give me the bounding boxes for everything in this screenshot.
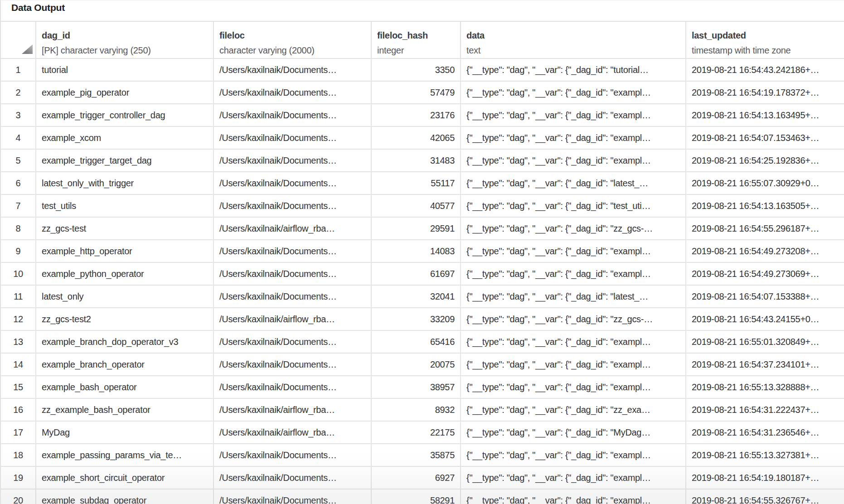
cell-fileloc[interactable]: /Users/kaxilnaik/Documents… <box>214 286 372 308</box>
cell-last_updated[interactable]: 2019-08-21 16:54:49.273069+… <box>686 263 844 286</box>
cell-last_updated[interactable]: 2019-08-21 16:54:19.180187+… <box>686 467 844 489</box>
row-number-cell[interactable]: 12 <box>1 308 36 331</box>
cell-fileloc[interactable]: /Users/kaxilnaik/airflow_rba… <box>214 422 372 444</box>
row-number-cell[interactable]: 4 <box>1 127 36 150</box>
cell-last_updated[interactable]: 2019-08-21 16:54:43.24155+0… <box>686 308 844 331</box>
cell-fileloc[interactable]: /Users/kaxilnaik/Documents… <box>214 150 372 172</box>
cell-fileloc_hash[interactable]: 20075 <box>372 354 461 376</box>
cell-fileloc_hash[interactable]: 55117 <box>372 172 461 195</box>
cell-dag_id[interactable]: example_subdag_operator <box>36 489 214 504</box>
cell-data[interactable]: {"__type": "dag", "__var": {"_dag_id": "… <box>461 82 686 104</box>
cell-fileloc_hash[interactable]: 58291 <box>372 489 461 504</box>
row-number-cell[interactable]: 9 <box>1 240 36 263</box>
row-number-cell[interactable]: 10 <box>1 263 36 286</box>
cell-last_updated[interactable]: 2019-08-21 16:54:07.153388+… <box>686 286 844 308</box>
row-number-cell[interactable]: 8 <box>1 218 36 240</box>
cell-fileloc_hash[interactable]: 38957 <box>372 376 461 399</box>
cell-data[interactable]: {"__type": "dag", "__var": {"_dag_id": "… <box>461 354 686 376</box>
cell-fileloc[interactable]: /Users/kaxilnaik/airflow_rba… <box>214 218 372 240</box>
cell-fileloc[interactable]: /Users/kaxilnaik/Documents… <box>214 467 372 489</box>
cell-data[interactable]: {"__type": "dag", "__var": {"_dag_id": "… <box>461 467 686 489</box>
row-number-cell[interactable]: 20 <box>1 489 36 504</box>
row-number-cell[interactable]: 16 <box>1 399 36 422</box>
cell-data[interactable]: {"__type": "dag", "__var": {"_dag_id": "… <box>461 286 686 308</box>
row-number-cell[interactable]: 19 <box>1 467 36 489</box>
cell-data[interactable]: {"__type": "dag", "__var": {"_dag_id": "… <box>461 240 686 263</box>
cell-data[interactable]: {"__type": "dag", "__var": {"_dag_id": "… <box>461 127 686 150</box>
cell-data[interactable]: {"__type": "dag", "__var": {"_dag_id": "… <box>461 150 686 172</box>
cell-fileloc_hash[interactable]: 6927 <box>372 467 461 489</box>
column-header-last_updated[interactable]: last_updatedtimestamp with time zone <box>686 21 844 59</box>
cell-dag_id[interactable]: example_xcom <box>36 127 214 150</box>
cell-last_updated[interactable]: 2019-08-21 16:55:01.320849+… <box>686 331 844 354</box>
cell-fileloc[interactable]: /Users/kaxilnaik/Documents… <box>214 195 372 218</box>
cell-fileloc_hash[interactable]: 22175 <box>372 422 461 444</box>
cell-fileloc[interactable]: /Users/kaxilnaik/Documents… <box>214 263 372 286</box>
cell-last_updated[interactable]: 2019-08-21 16:55:13.328888+… <box>686 376 844 399</box>
cell-fileloc_hash[interactable]: 29591 <box>372 218 461 240</box>
cell-fileloc_hash[interactable]: 61697 <box>372 263 461 286</box>
cell-fileloc[interactable]: /Users/kaxilnaik/Documents… <box>214 104 372 127</box>
cell-last_updated[interactable]: 2019-08-21 16:54:25.192836+… <box>686 150 844 172</box>
cell-fileloc_hash[interactable]: 31483 <box>372 150 461 172</box>
cell-last_updated[interactable]: 2019-08-21 16:54:37.234101+… <box>686 354 844 376</box>
row-number-cell[interactable]: 14 <box>1 354 36 376</box>
cell-last_updated[interactable]: 2019-08-21 16:55:07.30929+0… <box>686 172 844 195</box>
row-number-cell[interactable]: 2 <box>1 82 36 104</box>
cell-fileloc_hash[interactable]: 35875 <box>372 444 461 467</box>
cell-fileloc_hash[interactable]: 65416 <box>372 331 461 354</box>
cell-dag_id[interactable]: latest_only_with_trigger <box>36 172 214 195</box>
cell-last_updated[interactable]: 2019-08-21 16:54:31.236546+… <box>686 422 844 444</box>
cell-dag_id[interactable]: zz_gcs-test2 <box>36 308 214 331</box>
cell-last_updated[interactable]: 2019-08-21 16:54:19.178372+… <box>686 82 844 104</box>
row-number-cell[interactable]: 1 <box>1 59 36 82</box>
cell-data[interactable]: {"__type": "dag", "__var": {"_dag_id": "… <box>461 172 686 195</box>
cell-data[interactable]: {"__type": "dag", "__var": {"_dag_id": "… <box>461 195 686 218</box>
cell-dag_id[interactable]: example_http_operator <box>36 240 214 263</box>
cell-last_updated[interactable]: 2019-08-21 16:54:13.163495+… <box>686 104 844 127</box>
cell-fileloc[interactable]: /Users/kaxilnaik/Documents… <box>214 59 372 82</box>
cell-fileloc_hash[interactable]: 3350 <box>372 59 461 82</box>
cell-last_updated[interactable]: 2019-08-21 16:54:43.242186+… <box>686 59 844 82</box>
cell-dag_id[interactable]: zz_example_bash_operator <box>36 399 214 422</box>
cell-dag_id[interactable]: latest_only <box>36 286 214 308</box>
cell-dag_id[interactable]: example_branch_dop_operator_v3 <box>36 331 214 354</box>
cell-fileloc[interactable]: /Users/kaxilnaik/Documents… <box>214 354 372 376</box>
cell-dag_id[interactable]: test_utils <box>36 195 214 218</box>
cell-fileloc[interactable]: /Users/kaxilnaik/Documents… <box>214 489 372 504</box>
cell-data[interactable]: {"__type": "dag", "__var": {"_dag_id": "… <box>461 489 686 504</box>
cell-data[interactable]: {"__type": "dag", "__var": {"_dag_id": "… <box>461 444 686 467</box>
column-header-fileloc[interactable]: fileloccharacter varying (2000) <box>214 21 372 59</box>
cell-dag_id[interactable]: example_trigger_target_dag <box>36 150 214 172</box>
row-number-cell[interactable]: 13 <box>1 331 36 354</box>
cell-dag_id[interactable]: example_short_circuit_operator <box>36 467 214 489</box>
cell-fileloc_hash[interactable]: 14083 <box>372 240 461 263</box>
row-number-cell[interactable]: 5 <box>1 150 36 172</box>
cell-fileloc[interactable]: /Users/kaxilnaik/airflow_rba… <box>214 399 372 422</box>
cell-data[interactable]: {"__type": "dag", "__var": {"_dag_id": "… <box>461 399 686 422</box>
column-header-data[interactable]: datatext <box>461 21 686 59</box>
cell-data[interactable]: {"__type": "dag", "__var": {"_dag_id": "… <box>461 331 686 354</box>
cell-data[interactable]: {"__type": "dag", "__var": {"_dag_id": "… <box>461 422 686 444</box>
cell-fileloc[interactable]: /Users/kaxilnaik/Documents… <box>214 444 372 467</box>
cell-fileloc[interactable]: /Users/kaxilnaik/Documents… <box>214 82 372 104</box>
cell-dag_id[interactable]: tutorial <box>36 59 214 82</box>
cell-fileloc[interactable]: /Users/kaxilnaik/Documents… <box>214 240 372 263</box>
cell-last_updated[interactable]: 2019-08-21 16:54:07.153463+… <box>686 127 844 150</box>
cell-fileloc[interactable]: /Users/kaxilnaik/airflow_rba… <box>214 308 372 331</box>
row-number-cell[interactable]: 18 <box>1 444 36 467</box>
cell-fileloc_hash[interactable]: 42065 <box>372 127 461 150</box>
cell-data[interactable]: {"__type": "dag", "__var": {"_dag_id": "… <box>461 263 686 286</box>
cell-fileloc[interactable]: /Users/kaxilnaik/Documents… <box>214 172 372 195</box>
select-all-triangle-icon[interactable] <box>22 44 33 54</box>
cell-dag_id[interactable]: MyDag <box>36 422 214 444</box>
row-number-cell[interactable]: 15 <box>1 376 36 399</box>
cell-fileloc_hash[interactable]: 8932 <box>372 399 461 422</box>
cell-fileloc[interactable]: /Users/kaxilnaik/Documents… <box>214 331 372 354</box>
select-all-corner-cell[interactable] <box>1 21 36 59</box>
cell-dag_id[interactable]: example_branch_operator <box>36 354 214 376</box>
row-number-cell[interactable]: 6 <box>1 172 36 195</box>
cell-fileloc_hash[interactable]: 40577 <box>372 195 461 218</box>
cell-fileloc_hash[interactable]: 32041 <box>372 286 461 308</box>
cell-dag_id[interactable]: example_passing_params_via_te… <box>36 444 214 467</box>
